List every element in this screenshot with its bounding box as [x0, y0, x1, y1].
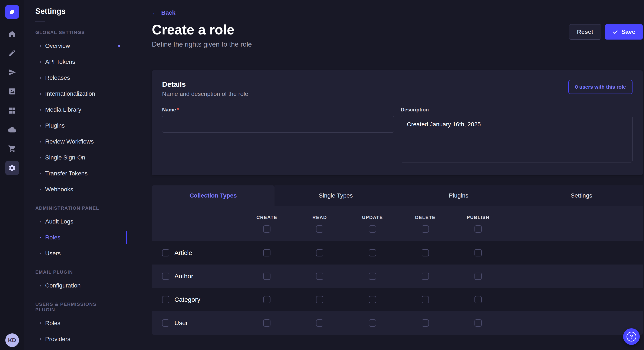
- check-icon: [612, 29, 618, 35]
- tab-single-types[interactable]: Single Types: [274, 185, 397, 206]
- required-mark: *: [177, 107, 179, 113]
- permission-checkbox-category-publish[interactable]: [474, 296, 482, 303]
- column-label: READ: [312, 215, 327, 220]
- sidebar-item-label: Single Sign-On: [45, 154, 85, 161]
- help-button[interactable]: ?: [623, 328, 640, 345]
- select-all-update-checkbox[interactable]: [369, 225, 376, 233]
- help-button-label: ?: [630, 334, 633, 340]
- table-row-author: Author: [152, 265, 643, 288]
- select-all-delete-checkbox[interactable]: [422, 225, 429, 233]
- permission-checkbox-author-update[interactable]: [369, 273, 376, 280]
- permission-cell: [452, 296, 504, 303]
- permission-checkbox-author-publish[interactable]: [474, 273, 482, 280]
- table-row-user: User: [152, 311, 643, 335]
- sidebar-section-label-users-permissions-plugin: USERS & PERMISSIONS PLUGIN: [35, 302, 116, 313]
- tab-plugins[interactable]: Plugins: [397, 185, 520, 206]
- deploy-icon[interactable]: [5, 65, 19, 79]
- permission-checkbox-user-delete[interactable]: [422, 319, 429, 327]
- sidebar-item-webhooks[interactable]: Webhooks: [24, 181, 127, 197]
- row-select-checkbox-article[interactable]: [162, 249, 169, 256]
- permission-checkbox-category-read[interactable]: [316, 296, 323, 303]
- settings-icon[interactable]: [5, 161, 19, 175]
- row-name-cell: Category: [152, 296, 240, 303]
- sidebar-section-label-administration-panel: ADMINISTRATION PANEL: [35, 205, 116, 211]
- details-card-header: Details Name and description of the role…: [162, 80, 632, 97]
- sidebar-item-label: Releases: [45, 74, 70, 81]
- role-name-input[interactable]: [162, 116, 394, 133]
- bullet-icon: [40, 173, 41, 174]
- permission-checkbox-user-publish[interactable]: [474, 319, 482, 327]
- marketplace-icon[interactable]: [5, 142, 19, 156]
- sidebar-item-single-sign-on[interactable]: Single Sign-On: [24, 150, 127, 166]
- bullet-icon: [40, 189, 41, 190]
- sidebar-section-label-email-plugin: EMAIL PLUGIN: [35, 269, 116, 275]
- permission-checkbox-author-read[interactable]: [316, 273, 323, 280]
- permission-cell: [240, 273, 293, 280]
- sidebar-item-roles[interactable]: Roles: [24, 229, 127, 245]
- permission-checkbox-article-publish[interactable]: [474, 249, 482, 256]
- content-manager-icon[interactable]: [5, 46, 19, 60]
- sidebar-item-transfer-tokens[interactable]: Transfer Tokens: [24, 166, 127, 181]
- sidebar-item-plugins[interactable]: Plugins: [24, 118, 127, 134]
- permissions-column-publish: PUBLISH: [452, 206, 504, 241]
- sidebar-item-api-tokens[interactable]: API Tokens: [24, 54, 127, 70]
- permission-checkbox-article-delete[interactable]: [422, 249, 429, 256]
- permission-checkbox-user-read[interactable]: [316, 319, 323, 327]
- role-description-textarea[interactable]: Created January 16th, 2025: [401, 116, 633, 163]
- sidebar-item-releases[interactable]: Releases: [24, 70, 127, 86]
- permission-checkbox-article-create[interactable]: [263, 249, 270, 256]
- permissions-column-delete: DELETE: [399, 206, 452, 241]
- avatar[interactable]: KD: [5, 334, 19, 347]
- permission-cell: [293, 296, 346, 303]
- back-link[interactable]: ← Back: [152, 9, 176, 16]
- permission-checkbox-user-update[interactable]: [369, 319, 376, 327]
- sidebar-item-roles[interactable]: Roles: [24, 315, 127, 331]
- media-library-icon[interactable]: [5, 85, 19, 98]
- select-all-publish-checkbox[interactable]: [474, 225, 482, 233]
- permission-checkbox-article-read[interactable]: [316, 249, 323, 256]
- column-label: DELETE: [415, 215, 436, 220]
- bullet-icon: [40, 322, 41, 324]
- content-type-builder-icon[interactable]: [5, 104, 19, 117]
- sidebar-item-media-library[interactable]: Media Library: [24, 102, 127, 118]
- permission-checkbox-category-create[interactable]: [263, 296, 270, 303]
- table-row-category: Category: [152, 288, 643, 311]
- row-select-checkbox-category[interactable]: [162, 296, 169, 303]
- sidebar-item-audit-logs[interactable]: Audit Logs: [24, 213, 127, 229]
- question-mark-icon: ?: [626, 332, 636, 342]
- row-select-checkbox-author[interactable]: [162, 273, 169, 280]
- permission-checkbox-category-delete[interactable]: [422, 296, 429, 303]
- permission-checkbox-author-create[interactable]: [263, 273, 270, 280]
- permission-checkbox-article-update[interactable]: [369, 249, 376, 256]
- permission-cell: [293, 249, 346, 256]
- permission-checkbox-category-update[interactable]: [369, 296, 376, 303]
- permission-cell: [293, 319, 346, 327]
- bullet-icon: [40, 157, 41, 159]
- sidebar-item-providers[interactable]: Providers: [24, 331, 127, 347]
- tab-settings[interactable]: Settings: [520, 185, 643, 206]
- sidebar-item-internationalization[interactable]: Internationalization: [24, 86, 127, 102]
- row-select-checkbox-user[interactable]: [162, 319, 169, 327]
- cloud-icon[interactable]: [5, 123, 19, 137]
- home-icon[interactable]: [5, 27, 19, 41]
- reset-button[interactable]: Reset: [569, 24, 601, 39]
- header-actions: Reset Save: [569, 24, 643, 39]
- strapi-logo[interactable]: [5, 5, 19, 19]
- sidebar-item-label: API Tokens: [45, 58, 75, 65]
- sidebar-item-configuration[interactable]: Configuration: [24, 278, 127, 293]
- bullet-icon: [40, 141, 41, 143]
- nav-rail-icons: [5, 27, 19, 180]
- select-all-read-checkbox[interactable]: [316, 225, 323, 233]
- permission-checkbox-user-create[interactable]: [263, 319, 270, 327]
- sidebar-item-review-workflows[interactable]: Review Workflows: [24, 134, 127, 150]
- save-button[interactable]: Save: [605, 24, 643, 39]
- description-label-text: Description: [401, 107, 429, 113]
- permission-checkbox-author-delete[interactable]: [422, 273, 429, 280]
- tab-collection-types[interactable]: Collection Types: [152, 185, 274, 206]
- sidebar-item-users[interactable]: Users: [24, 245, 127, 261]
- sidebar-item-overview[interactable]: Overview: [24, 38, 127, 54]
- row-name-cell: Author: [152, 273, 240, 280]
- page-subtitle: Define the rights given to the role: [152, 40, 643, 48]
- select-all-create-checkbox[interactable]: [263, 225, 270, 233]
- users-with-role-button[interactable]: 0 users with this role: [568, 80, 632, 94]
